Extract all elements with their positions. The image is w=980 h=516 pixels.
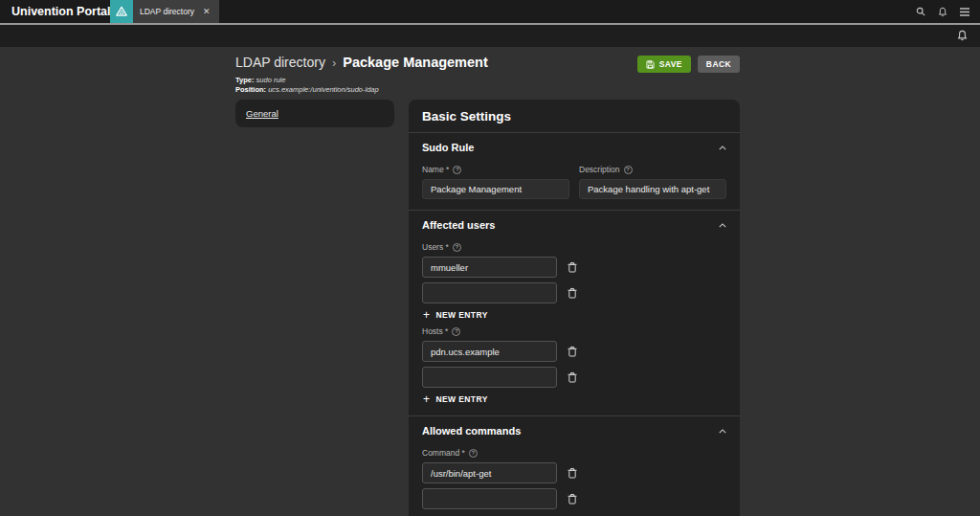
module-notifications-bell-icon[interactable] — [957, 30, 968, 41]
entry-row — [422, 282, 726, 303]
group-command: Command * ? — [422, 448, 726, 516]
position-label: Position: — [235, 85, 266, 94]
breadcrumb-parent[interactable]: LDAP directory — [235, 55, 325, 70]
top-bar: Univention Portal LDAP directory ✕ — [0, 0, 980, 23]
command-entry-input[interactable] — [422, 462, 557, 483]
screen: Univention Portal LDAP directory ✕ — [0, 0, 980, 516]
entry-row — [422, 257, 726, 278]
help-icon[interactable]: ? — [452, 327, 460, 336]
section-sudo-rule-toggle[interactable]: Sudo Rule — [422, 142, 726, 153]
hosts-entry-input[interactable] — [422, 367, 557, 388]
users-label: Users * — [422, 242, 449, 252]
section-allowed-commands: Allowed commands Command * ? — [409, 416, 740, 516]
new-entry-label: NEW ENTRY — [435, 310, 487, 320]
entry-row — [422, 488, 726, 509]
back-button-label: BACK — [706, 59, 731, 69]
help-icon[interactable]: ? — [453, 166, 461, 174]
save-button[interactable]: SAVE — [637, 56, 691, 73]
panel-title: Basic Settings — [409, 100, 740, 133]
hosts-label: Hosts * — [422, 326, 448, 336]
page-nav-card: General — [235, 100, 394, 127]
save-floppy-icon — [646, 60, 655, 69]
type-value: sudo rule — [256, 76, 286, 84]
chevron-up-icon — [719, 223, 726, 228]
section-sudo-rule: Sudo Rule Name * ? Description — [409, 133, 740, 211]
tab-close-icon[interactable]: ✕ — [203, 8, 211, 16]
section-allowed-commands-toggle[interactable]: Allowed commands — [422, 425, 726, 437]
section-title: Sudo Rule — [422, 142, 474, 153]
plus-icon: + — [423, 394, 430, 404]
position-value: ucs.example:/univention/sudo-ldap — [268, 85, 379, 94]
settings-panel: Basic Settings Sudo Rule Name * ? — [409, 100, 740, 516]
help-icon[interactable]: ? — [624, 166, 633, 174]
users-entry-input[interactable] — [422, 257, 557, 278]
field-label-row: Description ? — [579, 165, 726, 174]
group-hosts: Hosts * ? — [422, 326, 726, 404]
group-label-row: Command * ? — [422, 448, 726, 458]
section-title: Affected users — [422, 219, 495, 231]
object-meta: Type: sudo rule Position: ucs.example:/u… — [235, 76, 740, 94]
page-title: Package Management — [343, 55, 488, 70]
entry-row — [422, 341, 726, 362]
search-icon[interactable] — [916, 7, 925, 16]
description-input[interactable] — [579, 179, 726, 199]
nav-tab-general[interactable]: General — [246, 108, 278, 119]
users-new-entry-button[interactable]: + NEW ENTRY — [423, 310, 488, 320]
tab-ldap-directory[interactable]: LDAP directory ✕ — [110, 0, 219, 23]
notifications-bell-icon[interactable] — [938, 7, 947, 17]
delete-entry-trash-icon[interactable] — [568, 287, 577, 299]
chevron-up-icon — [719, 146, 726, 150]
field-name: Name * ? — [422, 165, 569, 199]
type-label: Type: — [235, 76, 254, 84]
object-position-line: Position: ucs.example:/univention/sudo-l… — [235, 85, 740, 95]
help-icon[interactable]: ? — [469, 449, 478, 458]
hosts-new-entry-button[interactable]: + NEW ENTRY — [423, 394, 488, 404]
group-label-row: Hosts * ? — [422, 326, 726, 336]
tab-label: LDAP directory — [140, 7, 194, 16]
topbar-icon-group — [916, 0, 969, 23]
command-label: Command * — [422, 448, 465, 458]
section-affected-users-toggle[interactable]: Affected users — [422, 219, 726, 231]
name-input[interactable] — [422, 179, 569, 199]
delete-entry-trash-icon[interactable] — [568, 346, 577, 357]
module-header-bar — [0, 25, 980, 47]
entry-row — [422, 367, 726, 388]
description-label: Description — [579, 165, 620, 174]
portal-title: Univention Portal — [11, 5, 110, 18]
section-title: Allowed commands — [422, 425, 521, 437]
section-affected-users: Affected users Users * ? — [409, 211, 740, 416]
field-label-row: Name * ? — [422, 165, 569, 174]
delete-entry-trash-icon[interactable] — [568, 261, 577, 273]
name-label: Name * — [422, 165, 449, 174]
field-grid: Name * ? Description ? — [422, 165, 726, 199]
field-description: Description ? — [579, 165, 726, 199]
main-area: LDAP directory › Package Management Type… — [0, 47, 980, 516]
command-entry-input[interactable] — [422, 488, 557, 509]
univention-logo-icon — [110, 0, 133, 23]
page-header: LDAP directory › Package Management Type… — [235, 55, 740, 94]
chevron-up-icon — [719, 429, 726, 434]
action-buttons: SAVE BACK — [637, 56, 740, 73]
new-entry-label: NEW ENTRY — [435, 394, 487, 404]
object-type-line: Type: sudo rule — [235, 76, 740, 85]
menu-hamburger-icon[interactable] — [960, 8, 969, 16]
group-users: Users * ? — [422, 242, 726, 320]
group-label-row: Users * ? — [422, 242, 726, 252]
users-entry-input[interactable] — [422, 282, 557, 303]
hosts-entry-input[interactable] — [422, 341, 557, 362]
delete-entry-trash-icon[interactable] — [568, 493, 577, 505]
breadcrumb-separator-icon: › — [332, 56, 336, 70]
save-button-label: SAVE — [659, 59, 682, 69]
plus-icon: + — [423, 310, 430, 320]
back-button[interactable]: BACK — [698, 56, 740, 73]
help-icon[interactable]: ? — [453, 243, 461, 252]
delete-entry-trash-icon[interactable] — [568, 467, 577, 479]
delete-entry-trash-icon[interactable] — [568, 371, 577, 383]
entry-row — [422, 462, 726, 483]
